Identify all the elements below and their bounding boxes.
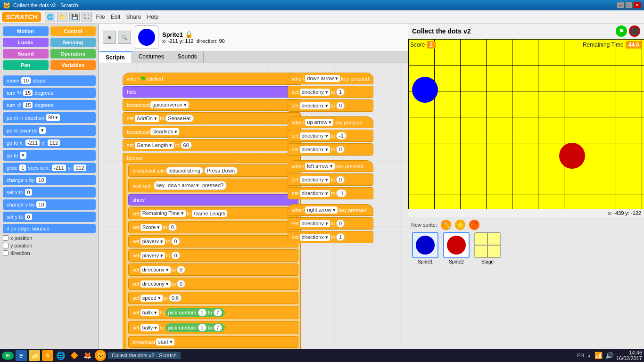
block-change-y[interactable]: change y by 10 — [3, 199, 96, 210]
block-goto-xy[interactable]: go to x: -211 y: 112 — [3, 138, 96, 148]
tab-sounds[interactable]: Sounds — [171, 51, 204, 63]
menu-help[interactable]: Help — [147, 14, 158, 20]
block-set-directiony1[interactable]: set directiony ▾ to 0 — [128, 278, 298, 290]
block-when-left-pressed[interactable]: when left arrow ▾ key pressed — [288, 160, 373, 172]
taskbar-scratch2[interactable]: 🐱 — [95, 350, 106, 361]
block-forever-wrapper: forever broadcast join ledscrollstring P… — [123, 153, 301, 349]
block-forever[interactable]: forever — [123, 153, 301, 163]
taskbar-vlc[interactable]: 🔶 — [68, 350, 80, 361]
block-set-remainingtime[interactable]: set Remaining Time ▾ to Game Length — [128, 207, 298, 219]
close-button[interactable]: ✕ — [634, 2, 641, 8]
taskbar-firefox[interactable]: 🦊 — [82, 350, 93, 361]
stage-card[interactable]: Stage — [473, 232, 502, 264]
paint-sprite-button[interactable]: ✏️ — [441, 220, 451, 230]
folder-icon[interactable]: 📁 — [57, 12, 67, 22]
block-wait-until[interactable]: wait until key down arrow ▾ pressed? — [128, 179, 298, 192]
block-when-right-pressed[interactable]: when right arrow ▾ key pressed — [288, 204, 373, 216]
block-right-set-directionx[interactable]: set directionx ▾ to 1 — [288, 231, 373, 243]
cat-pen[interactable]: Pen — [3, 60, 49, 70]
block-bounce[interactable]: if on edge, bounce — [3, 224, 96, 233]
start-button[interactable]: ⊞ — [2, 352, 14, 360]
minimize-button[interactable]: ─ — [617, 2, 624, 8]
block-set-y[interactable]: set y to 0 — [3, 212, 96, 222]
block-turn-right[interactable]: turn ↻ 15 degrees — [3, 88, 96, 98]
block-down-set-directiony[interactable]: set directiony ▾ to 1 — [288, 86, 373, 98]
block-point-towards[interactable]: point towards ▾ — [3, 125, 96, 136]
taskbar-ie[interactable]: e — [16, 350, 27, 361]
stop-button[interactable]: ⬛ — [629, 25, 640, 37]
cat-motion[interactable]: Motion — [3, 26, 49, 36]
cat-variables[interactable]: Variables — [50, 60, 96, 70]
stage-title: Collect the dots v2 — [412, 27, 471, 35]
new-sprite-button[interactable]: ⭐ — [455, 220, 465, 230]
scripts-area[interactable]: when ⚑ clicked hide broadcast gpioserver… — [99, 63, 408, 349]
block-set-x[interactable]: set x to 0 — [3, 187, 96, 197]
block-left-set-directionx[interactable]: set directionx ▾ to -1 — [288, 187, 373, 199]
scratch-logo: SCRATCH — [2, 12, 41, 22]
block-broadcast-join[interactable]: broadcast join ledscrollstring Press Dow… — [128, 165, 298, 177]
block-hide[interactable]: hide — [123, 86, 301, 98]
cat-sensing[interactable]: Sensing — [50, 38, 96, 47]
taskbar-scratch[interactable]: S — [42, 350, 53, 361]
script-down-arrow: when down arrow ▾ key pressed set direct… — [288, 73, 373, 113]
block-move[interactable]: move 10 steps — [3, 75, 96, 86]
sprite1-ball — [412, 77, 438, 103]
wifi-icon: 📶 — [594, 352, 603, 359]
block-left-set-directiony[interactable]: set directiony ▾ to 0 — [288, 173, 373, 186]
cat-sound[interactable]: Sound — [3, 49, 49, 58]
cat-control[interactable]: Control — [50, 26, 96, 36]
cat-operators[interactable]: Operators — [50, 49, 96, 58]
menu-file[interactable]: File — [96, 14, 105, 20]
fullscreen-icon[interactable]: ⛶ — [82, 12, 92, 22]
taskbar-folder[interactable]: 📁 — [29, 350, 40, 361]
block-when-flag-clicked[interactable]: when ⚑ clicked — [123, 73, 301, 85]
block-right-set-directiony[interactable]: set directiony ▾ to 0 — [288, 217, 373, 230]
titlebar: 🐱 Collect the dots v2 - Scratch ─ □ ✕ — [0, 0, 644, 10]
block-set-playery[interactable]: set playery ▾ to 0 — [128, 249, 298, 262]
green-flag-button[interactable]: ⚑ — [616, 25, 627, 37]
tab-costumes[interactable]: Costumes — [132, 51, 171, 63]
block-change-x[interactable]: change x by 10 — [3, 175, 96, 185]
block-up-set-directionx[interactable]: set directionx ▾ to 0 — [288, 143, 373, 156]
block-set-ballx[interactable]: set ballx ▾ to pick random 1 to 7 — [128, 306, 298, 319]
block-set-bally[interactable]: set bally ▾ to pick random 1 to 7 — [128, 321, 298, 334]
save-icon[interactable]: 💾 — [69, 12, 80, 22]
maximize-button[interactable]: □ — [625, 2, 633, 8]
tab-scripts[interactable]: Scripts — [99, 51, 132, 63]
random-sprite-button[interactable]: ❓ — [469, 220, 479, 230]
sprite-card-sprite2[interactable]: Sprite2 — [442, 232, 471, 264]
block-when-down-pressed[interactable]: when down arrow ▾ key pressed — [288, 73, 373, 84]
block-set-directionx1[interactable]: set directionx ▾ to 0 — [128, 263, 298, 276]
block-turn-left[interactable]: turn ↺ 15 degrees — [3, 100, 96, 110]
block-x-position[interactable]: x position — [3, 235, 96, 241]
block-broadcast-gpio[interactable]: broadcast gpioserveron ▾ — [123, 99, 301, 111]
taskbar-chrome[interactable]: 🌐 — [55, 350, 66, 361]
globe-icon[interactable]: 🌐 — [45, 12, 55, 22]
zoom-controls[interactable]: ⊕ — [103, 31, 116, 44]
block-down-set-directionx[interactable]: set directionx ▾ to 0 — [288, 99, 373, 112]
menu-edit[interactable]: Edit — [111, 14, 121, 20]
block-glide[interactable]: glide 1 secs to x: -211 y: 112 — [3, 163, 96, 173]
block-show[interactable]: show — [128, 194, 298, 206]
block-set-gamelength[interactable]: set Game Length ▾ to 60 — [123, 139, 301, 151]
zoom-in[interactable]: 🔍 — [118, 31, 131, 44]
block-goto[interactable]: go to ▾ — [3, 150, 96, 161]
block-up-set-directiony[interactable]: set directiony ▾ to -1 — [288, 130, 373, 142]
block-point-direction[interactable]: point in direction 90 ▾ — [3, 112, 96, 123]
cat-looks[interactable]: Looks — [3, 38, 49, 47]
menu-share[interactable]: Share — [126, 14, 141, 20]
block-set-playerx[interactable]: set playerx ▾ to 0 — [128, 235, 298, 247]
active-window-button[interactable]: Collect the dots v2 - Scratch — [108, 352, 181, 359]
block-direction[interactable]: direction — [3, 250, 96, 256]
volume-icon[interactable]: 🔊 — [605, 352, 613, 359]
block-broadcast-clearleds[interactable]: broadcast clearleds ▾ — [123, 126, 301, 138]
sprite-card-sprite1[interactable]: Sprite1 — [411, 232, 439, 264]
block-set-speed[interactable]: set speed ▾ to 0.6 — [128, 292, 298, 304]
sprites-row: Sprite1 Sprite2 S — [411, 232, 641, 264]
block-set-addon[interactable]: set AddOn ▾ to SenseHat — [123, 112, 301, 124]
taskbar-up-arrow[interactable]: ▲ — [587, 353, 592, 358]
block-broadcast-start[interactable]: broadcast start ▾ — [128, 336, 298, 348]
block-y-position[interactable]: y position — [3, 243, 96, 248]
block-set-score[interactable]: set Score ▾ to 0 — [128, 221, 298, 233]
block-when-up-pressed[interactable]: when up arrow ▾ key pressed — [288, 116, 373, 128]
